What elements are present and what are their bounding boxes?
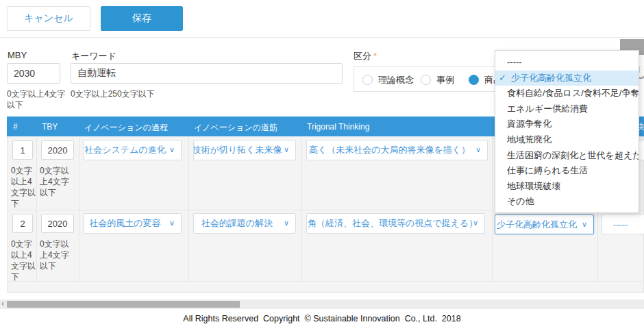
menu-option[interactable]: ----- bbox=[495, 55, 639, 71]
save-button[interactable]: 保存 bbox=[101, 6, 183, 31]
col-header-num: # bbox=[13, 122, 18, 132]
category-label-text: 区分 bbox=[354, 51, 371, 61]
keyword-input[interactable] bbox=[71, 63, 343, 84]
menu-option-label: 少子化高齢化孤立化 bbox=[511, 73, 591, 83]
col-header-trigonal: Trigonal Thinking bbox=[307, 122, 369, 132]
menu-option[interactable]: 食料自給/食品ロス/食料不足/争奪化 bbox=[495, 86, 639, 101]
menu-option[interactable]: 仕事に縛られる生活 bbox=[495, 163, 639, 179]
scroll-left-arrow-icon[interactable]: ‹ bbox=[1, 299, 4, 308]
copyright-text: All Rights Reserved Copyright © Sustaina… bbox=[0, 314, 644, 323]
row2-issue-dropdown-open[interactable]: 少子化高齢化孤立化 ∨ bbox=[495, 214, 594, 234]
row1-num-helper: 0文字以上4文字以下 bbox=[11, 165, 37, 209]
menu-option[interactable]: 生活困窮の深刻化と世代を超えた拡大 bbox=[495, 148, 639, 164]
chevron-down-icon: ∨ bbox=[284, 145, 289, 154]
keyword-label: キーワード bbox=[71, 50, 116, 62]
dropdown-value: ----- bbox=[613, 219, 628, 230]
chevron-down-icon: ∨ bbox=[475, 145, 481, 154]
row1-num-input[interactable] bbox=[12, 140, 33, 160]
dropdown-value: 社会的風土の変容 bbox=[89, 217, 160, 230]
chevron-down-icon: ∨ bbox=[582, 219, 587, 228]
dropdown-value: 少子化高齢化孤立化 bbox=[497, 219, 577, 231]
check-icon: ✓ bbox=[499, 71, 506, 86]
scrollbar-thumb[interactable] bbox=[7, 301, 240, 308]
dropdown-value: 技術が切り拓く未来像 bbox=[193, 144, 282, 156]
menu-option[interactable]: 資源争奪化 bbox=[495, 117, 639, 132]
chevron-down-icon: ∨ bbox=[473, 219, 478, 228]
row2-path-dropdown[interactable]: 社会的課題の解決 ∨ bbox=[193, 213, 296, 234]
edit-form-page: キャンセル 保存 MBY 0文字以上4文字以下 キーワード 0文字以上250文字… bbox=[0, 0, 644, 331]
dropdown-value: 高く（未来社会の大局的将来像を描く） bbox=[309, 144, 470, 156]
radio-label: 事例 bbox=[436, 74, 454, 86]
issue-dropdown-menu: ----- ✓ 少子化高齢化孤立化 食料自給/食品ロス/食料不足/争奪化 エネル… bbox=[495, 50, 639, 213]
dropdown-value: 多角（経済、社会、環境等の視点で捉える） bbox=[306, 217, 478, 230]
keyword-helper: 0文字以上250文字以下 bbox=[71, 88, 155, 99]
dropdown-value: 社会的課題の解決 bbox=[201, 217, 273, 230]
row2-extra-dropdown[interactable]: ----- bbox=[602, 214, 644, 234]
row2-tby-helper: 0文字以上4文字以下 bbox=[40, 238, 77, 271]
row1-tby-input[interactable] bbox=[41, 140, 74, 160]
row2-process-dropdown[interactable]: 社会的風土の変容 ∨ bbox=[84, 213, 182, 234]
chevron-down-icon: ∨ bbox=[169, 219, 175, 228]
radio-label: 理論概念 bbox=[378, 74, 414, 86]
row1-extra-clipped-text: （ bbox=[639, 144, 644, 156]
row2-tby-input[interactable] bbox=[41, 214, 74, 233]
col-header-tby: TBY bbox=[42, 122, 58, 132]
row2-num-input[interactable] bbox=[12, 214, 33, 233]
radio-checked-icon[interactable] bbox=[469, 75, 479, 85]
radio-option-theory[interactable]: 理論概念 bbox=[362, 67, 414, 93]
menu-option[interactable]: エネルギー供給消費 bbox=[495, 101, 639, 117]
mby-helper: 0文字以上4文字以下 bbox=[7, 88, 69, 110]
chevron-down-icon: ∨ bbox=[169, 145, 175, 154]
divider bbox=[0, 37, 644, 38]
radio-option-case[interactable]: 事例 bbox=[421, 67, 454, 93]
menu-option-selected[interactable]: ✓ 少子化高齢化孤立化 bbox=[495, 71, 639, 86]
radio-circle-icon[interactable] bbox=[421, 75, 431, 85]
row2-trigonal-dropdown[interactable]: 多角（経済、社会、環境等の視点で捉える） ∨ bbox=[306, 213, 485, 234]
chevron-down-icon: ∨ bbox=[284, 219, 289, 228]
menu-option[interactable]: 地球環境破壊 bbox=[495, 179, 639, 195]
dropdown-value: 社会システムの進化 bbox=[84, 144, 166, 156]
row2-num-helper: 0文字以上4文字以下 bbox=[11, 238, 37, 282]
menu-option[interactable]: 地域荒廃化 bbox=[495, 132, 639, 148]
row1-trigonal-dropdown[interactable]: 高く（未来社会の大局的将来像を描く） ∨ bbox=[306, 140, 488, 160]
mby-label: MBY bbox=[8, 50, 27, 60]
menu-option[interactable]: その他 bbox=[495, 194, 639, 210]
row1-path-dropdown[interactable]: 技術が切り拓く未来像 ∨ bbox=[193, 140, 296, 160]
row1-process-dropdown[interactable]: 社会システムの進化 ∨ bbox=[84, 140, 182, 160]
mby-input[interactable] bbox=[7, 63, 60, 84]
row1-tby-helper: 0文字以上4文字以下 bbox=[40, 165, 77, 198]
col-header-path: イノベーションの道筋 bbox=[194, 122, 277, 134]
cancel-button[interactable]: キャンセル bbox=[7, 6, 90, 31]
category-label: 区分* bbox=[354, 50, 377, 62]
radio-circle-icon[interactable] bbox=[362, 75, 373, 85]
col-header-process: イノベーションの過程 bbox=[84, 122, 168, 134]
required-asterisk: * bbox=[373, 51, 377, 61]
